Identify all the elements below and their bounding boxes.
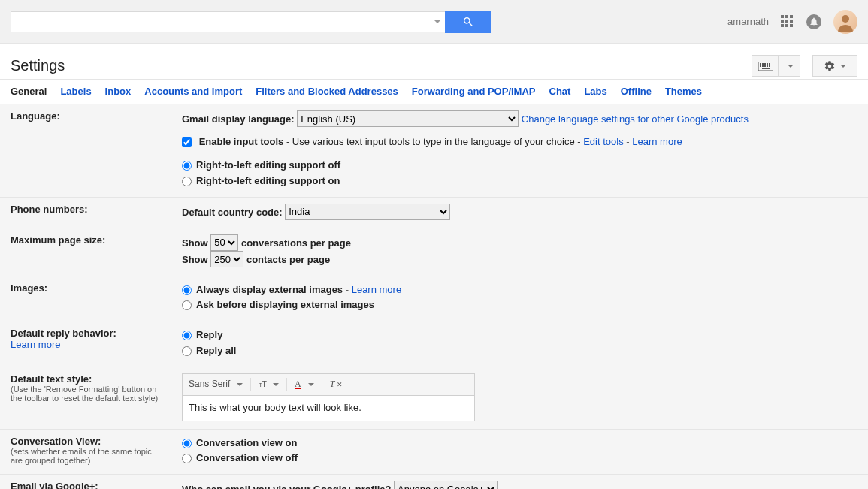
user-name[interactable]: amarnath — [727, 16, 769, 27]
svg-rect-4 — [764, 63, 766, 65]
svg-rect-6 — [769, 63, 770, 65]
row-google-plus: Email via Google+: Learn more Who can em… — [0, 475, 868, 489]
label-phone: Phone numbers: — [0, 197, 171, 228]
chevron-down-icon — [840, 65, 846, 68]
label-language: Language: — [0, 104, 171, 197]
row-conversation: Conversation View: (sets whether emails … — [0, 429, 868, 475]
tab-inbox[interactable]: Inbox — [105, 86, 132, 104]
svg-rect-11 — [769, 65, 770, 67]
row-reply: Default reply behavior: Learn more Reply… — [0, 321, 868, 367]
font-family-select[interactable]: Sans Serif — [189, 377, 243, 391]
svg-rect-3 — [762, 63, 764, 65]
gear-icon — [824, 60, 836, 72]
chevron-down-icon — [237, 383, 243, 386]
sub-bar: Settings — [0, 44, 868, 80]
svg-point-0 — [842, 15, 849, 23]
top-bar-right: amarnath — [727, 10, 857, 34]
label-page-size: Maximum page size: — [0, 228, 171, 276]
chevron-down-icon — [788, 65, 794, 68]
contacts-per-page-select[interactable]: 250 — [210, 251, 243, 267]
settings-gear-button[interactable] — [812, 55, 857, 77]
svg-rect-12 — [762, 68, 770, 69]
svg-rect-5 — [767, 63, 768, 65]
label-conversation: Conversation View: — [11, 436, 164, 447]
conversation-on-radio[interactable] — [182, 439, 192, 448]
change-language-link[interactable]: Change language settings for other Googl… — [522, 113, 749, 125]
google-plus-question: Who can email you via your Google+ profi… — [182, 484, 391, 489]
tab-labels[interactable]: Labels — [60, 86, 91, 104]
enable-input-tools-desc: - Use various text input tools to type i… — [283, 136, 583, 147]
apps-icon[interactable] — [781, 15, 794, 29]
country-code-select[interactable]: India — [285, 204, 450, 220]
label-google-plus: Email via Google+: — [11, 481, 164, 489]
google-plus-select[interactable]: Anyone on Google+ — [394, 481, 498, 489]
tab-offline[interactable]: Offline — [621, 86, 652, 104]
row-language: Language: Gmail display language: Englis… — [0, 104, 868, 197]
reply-radio[interactable] — [182, 331, 192, 340]
text-style-toolbar: Sans Serif TT A T✕ — [182, 373, 475, 396]
search-options-caret-icon[interactable] — [434, 20, 440, 23]
images-always-radio[interactable] — [182, 285, 192, 295]
enable-input-tools-label: Enable input tools — [199, 136, 284, 147]
text-style-note: (Use the 'Remove Formatting' button on t… — [11, 385, 164, 403]
search-input[interactable] — [11, 11, 445, 32]
rtl-on-label: Right-to-left editing support on — [196, 175, 340, 186]
svg-rect-2 — [760, 63, 761, 65]
row-images: Images: Always display external images -… — [0, 276, 868, 321]
enable-input-tools-checkbox[interactable] — [182, 137, 192, 147]
rtl-on-radio[interactable] — [182, 177, 192, 186]
top-bar: amarnath — [0, 0, 868, 44]
font-size-select[interactable]: TT — [259, 378, 279, 391]
conversations-per-page-select[interactable]: 50 — [210, 234, 238, 251]
input-tools-learn-more-link[interactable]: Learn more — [632, 136, 682, 147]
tab-chat[interactable]: Chat — [549, 86, 571, 104]
chevron-down-icon — [273, 383, 279, 386]
rtl-off-radio[interactable] — [182, 161, 192, 171]
tab-accounts-and-import[interactable]: Accounts and Import — [144, 86, 242, 104]
label-images: Images: — [0, 276, 171, 321]
rtl-off-label: Right-to-left editing support off — [196, 159, 340, 171]
chevron-down-icon — [308, 383, 314, 386]
label-text-style: Default text style: — [11, 373, 164, 385]
label-reply: Default reply behavior: — [11, 328, 164, 339]
images-learn-more-link[interactable]: Learn more — [352, 284, 401, 295]
svg-rect-9 — [764, 65, 766, 67]
tab-filters-and-blocked-addresses[interactable]: Filters and Blocked Addresses — [256, 86, 398, 104]
text-style-preview: This is what your body text will look li… — [182, 396, 475, 421]
search-wrap — [11, 11, 491, 33]
search-button[interactable] — [445, 11, 491, 33]
svg-rect-7 — [760, 65, 761, 67]
text-color-select[interactable]: A — [295, 377, 314, 391]
notifications-icon[interactable] — [806, 14, 821, 29]
svg-rect-8 — [762, 65, 764, 67]
tab-forwarding-and-pop-imap[interactable]: Forwarding and POP/IMAP — [412, 86, 536, 104]
tab-themes[interactable]: Themes — [665, 86, 702, 104]
default-country-label: Default country code: — [182, 206, 283, 217]
tab-labs[interactable]: Labs — [584, 86, 606, 104]
conversation-note: (sets whether emails of the same topic a… — [11, 447, 164, 465]
display-language-select[interactable]: English (US) — [297, 110, 519, 127]
row-phone: Phone numbers: Default country code: Ind… — [0, 197, 868, 228]
page-title: Settings — [11, 57, 65, 74]
input-tools-button[interactable] — [752, 55, 800, 77]
reply-learn-more-link[interactable]: Learn more — [11, 339, 60, 350]
images-ask-radio[interactable] — [182, 300, 192, 310]
edit-tools-link[interactable]: Edit tools — [583, 136, 623, 147]
remove-formatting-button[interactable]: T✕ — [330, 377, 343, 391]
display-language-label: Gmail display language: — [182, 113, 295, 125]
reply-all-radio[interactable] — [182, 346, 192, 356]
settings-table: Language: Gmail display language: Englis… — [0, 104, 868, 489]
avatar[interactable] — [833, 10, 857, 34]
row-text-style: Default text style: (Use the 'Remove For… — [0, 367, 868, 429]
conversation-off-radio[interactable] — [182, 454, 192, 463]
settings-tabs: GeneralLabelsInboxAccounts and ImportFil… — [0, 80, 868, 104]
tab-general[interactable]: General — [11, 86, 47, 104]
keyboard-icon — [758, 62, 773, 71]
search-icon — [462, 16, 474, 28]
svg-rect-10 — [767, 65, 768, 67]
row-page-size: Maximum page size: Show 50 conversations… — [0, 228, 868, 276]
